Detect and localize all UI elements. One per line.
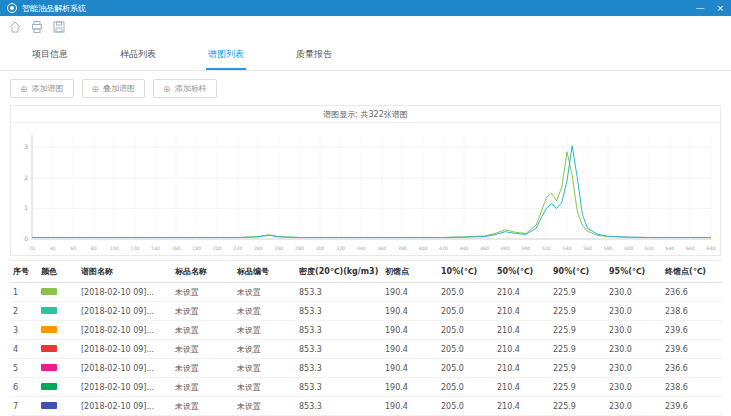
action-label: 添加谱图: [32, 83, 64, 94]
color-cell: [38, 340, 78, 359]
cell-density: 853.3: [296, 321, 382, 340]
plus-circle-icon: ⊕: [20, 84, 28, 94]
tab-sample-list[interactable]: 样品列表: [118, 40, 158, 70]
tab-bar: 项目信息样品列表谱图列表质量报告: [0, 40, 731, 71]
cell-no: 4: [10, 340, 38, 359]
add-standard-button[interactable]: ⊕添加标样: [153, 79, 217, 98]
svg-text:1: 1: [24, 204, 28, 211]
cell-p95: 230.0: [606, 359, 662, 378]
cell-density: 853.3: [296, 378, 382, 397]
cell-p95: 230.0: [606, 340, 662, 359]
cell-name: [2018-02-10 09]...: [78, 397, 172, 416]
print-icon[interactable]: [30, 19, 44, 33]
cell-std_name: 未设置: [172, 283, 234, 302]
chart-title: 谱图显示: 共322张谱图: [11, 106, 720, 123]
column-header: 谱图名称: [78, 261, 172, 283]
cell-std_no: 未设置: [234, 378, 296, 397]
cell-no: 2: [10, 302, 38, 321]
cell-ibp: 190.4: [382, 340, 438, 359]
tab-spectra-list[interactable]: 谱图列表: [206, 40, 246, 70]
cell-std_no: 未设置: [234, 283, 296, 302]
svg-text:620: 620: [645, 246, 654, 251]
svg-text:80: 80: [91, 246, 97, 251]
cell-fbp: 239.6: [662, 340, 722, 359]
svg-text:460: 460: [480, 246, 489, 251]
cell-p50: 210.4: [494, 321, 550, 340]
svg-text:540: 540: [563, 246, 572, 251]
tab-quality-report[interactable]: 质量报告: [294, 40, 334, 70]
cell-std_name: 未设置: [172, 378, 234, 397]
color-cell: [38, 378, 78, 397]
cell-ibp: 190.4: [382, 378, 438, 397]
action-label: 添加标样: [175, 83, 207, 94]
app-logo-icon: [7, 3, 17, 13]
cell-name: [2018-02-10 09]...: [78, 302, 172, 321]
column-header: 标品名称: [172, 261, 234, 283]
cell-ibp: 190.4: [382, 321, 438, 340]
svg-text:440: 440: [460, 246, 469, 251]
svg-text:280: 280: [295, 246, 304, 251]
color-swatch: [41, 307, 57, 314]
column-header: 10%(℃): [438, 261, 494, 283]
cell-p95: 230.0: [606, 378, 662, 397]
cell-p10: 205.0: [438, 340, 494, 359]
cell-fbp: 238.6: [662, 302, 722, 321]
svg-text:380: 380: [398, 246, 407, 251]
svg-text:100: 100: [110, 246, 119, 251]
column-header: 颜色: [38, 261, 78, 283]
cell-fbp: 239.6: [662, 397, 722, 416]
cell-fbp: 236.6: [662, 359, 722, 378]
table-row[interactable]: 5[2018-02-10 09]...未设置未设置853.3190.4205.0…: [10, 359, 722, 378]
cell-std_name: 未设置: [172, 359, 234, 378]
table-row[interactable]: 3[2018-02-10 09]...未设置未设置853.3190.4205.0…: [10, 321, 722, 340]
cell-p90: 225.9: [550, 378, 606, 397]
quickbar: [0, 16, 731, 36]
svg-text:400: 400: [419, 246, 428, 251]
cell-density: 853.3: [296, 283, 382, 302]
series-spectrum-green: [32, 152, 711, 238]
cell-p95: 230.0: [606, 283, 662, 302]
svg-text:320: 320: [336, 246, 345, 251]
cell-p10: 205.0: [438, 397, 494, 416]
table-row[interactable]: 1[2018-02-10 09]...未设置未设置853.3190.4205.0…: [10, 283, 722, 302]
minimize-button[interactable]: —: [695, 0, 704, 16]
column-header: 50%(℃): [494, 261, 550, 283]
table-row[interactable]: 2[2018-02-10 09]...未设置未设置853.3190.4205.0…: [10, 302, 722, 321]
cell-ibp: 190.4: [382, 283, 438, 302]
cell-name: [2018-02-10 09]...: [78, 359, 172, 378]
close-button[interactable]: ×: [716, 0, 724, 16]
color-cell: [38, 397, 78, 416]
save-icon[interactable]: [52, 19, 66, 33]
cell-p90: 225.9: [550, 397, 606, 416]
svg-text:580: 580: [604, 246, 613, 251]
cell-no: 6: [10, 378, 38, 397]
cell-p95: 230.0: [606, 321, 662, 340]
cell-p90: 225.9: [550, 283, 606, 302]
cell-p10: 205.0: [438, 283, 494, 302]
cell-p10: 205.0: [438, 359, 494, 378]
add-spectrum-button[interactable]: ⊕添加谱图: [10, 79, 74, 98]
column-header: 标品编号: [234, 261, 296, 283]
plus-circle-icon: ⊕: [92, 84, 100, 94]
cell-ibp: 190.4: [382, 302, 438, 321]
cell-ibp: 190.4: [382, 397, 438, 416]
svg-text:500: 500: [521, 246, 530, 251]
column-header: 初馏点: [382, 261, 438, 283]
tab-project-info[interactable]: 项目信息: [30, 40, 70, 70]
cell-fbp: 238.6: [662, 378, 722, 397]
color-cell: [38, 283, 78, 302]
svg-text:640: 640: [665, 246, 674, 251]
cell-p90: 225.9: [550, 340, 606, 359]
svg-text:160: 160: [172, 246, 181, 251]
home-icon[interactable]: [8, 19, 22, 33]
table-row[interactable]: 7[2018-02-10 09]...未设置未设置853.3190.4205.0…: [10, 397, 722, 416]
overlay-spectra-button[interactable]: ⊕叠加谱图: [82, 79, 146, 98]
svg-text:240: 240: [254, 246, 263, 251]
table-row[interactable]: 6[2018-02-10 09]...未设置未设置853.3190.4205.0…: [10, 378, 722, 397]
table-row[interactable]: 4[2018-02-10 09]...未设置未设置853.3190.4205.0…: [10, 340, 722, 359]
svg-text:40: 40: [50, 246, 56, 251]
chart-panel: 谱图显示: 共322张谱图 20406080100120140160180200…: [10, 105, 721, 256]
column-header: 终馏点(℃): [662, 261, 722, 283]
svg-text:660: 660: [686, 246, 695, 251]
cell-density: 853.3: [296, 302, 382, 321]
